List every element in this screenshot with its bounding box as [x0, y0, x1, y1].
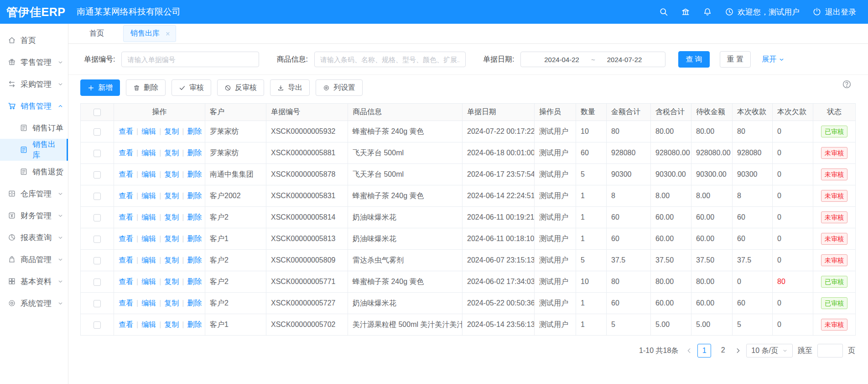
unaudit-button[interactable]: 反审核: [217, 79, 264, 96]
add-button[interactable]: 新增: [80, 79, 120, 96]
select-all-checkbox[interactable]: [94, 109, 101, 116]
action-delete-link[interactable]: 删除: [187, 256, 202, 264]
action-edit-link[interactable]: 编辑: [141, 192, 156, 200]
action-view-link[interactable]: 查看: [119, 278, 133, 285]
action-delete-link[interactable]: 删除: [187, 149, 202, 157]
audit-label: 审核: [189, 83, 204, 93]
page-button-1[interactable]: 1: [697, 344, 711, 358]
col-qty: 数量: [576, 104, 607, 121]
prev-page-button[interactable]: [686, 347, 692, 354]
row-checkbox[interactable]: [94, 236, 101, 243]
row-checkbox[interactable]: [94, 257, 101, 264]
next-page-button[interactable]: [735, 347, 741, 354]
tab-sales-outbound[interactable]: 销售出库: [123, 25, 176, 42]
row-checkbox[interactable]: [94, 214, 101, 221]
action-view-link[interactable]: 查看: [119, 256, 133, 264]
sidebar-item-report[interactable]: 报表查询: [0, 226, 68, 248]
action-separator: |: [159, 192, 161, 200]
column-settings-button[interactable]: 列设置: [316, 79, 363, 96]
page-size-select[interactable]: 10 条/页: [746, 344, 793, 358]
action-edit-link[interactable]: 编辑: [141, 170, 156, 178]
row-checkbox[interactable]: [94, 279, 101, 286]
action-view-link[interactable]: 查看: [119, 127, 133, 135]
row-checkbox[interactable]: [94, 300, 101, 307]
row-checkbox[interactable]: [94, 128, 101, 136]
chevron-up-icon: [57, 103, 63, 109]
search-button[interactable]: 查 询: [678, 51, 709, 68]
jump-page-input[interactable]: [817, 344, 843, 358]
action-delete-link[interactable]: 删除: [187, 321, 202, 328]
sidebar-item-product[interactable]: 商品管理: [0, 248, 68, 270]
row-checkbox[interactable]: [94, 171, 101, 179]
sidebar-item-sales[interactable]: 销售管理: [0, 95, 68, 117]
date-range-picker[interactable]: 2024-04-22 ~ 2024-07-22: [520, 52, 665, 67]
delete-button[interactable]: 删除: [126, 79, 166, 96]
action-edit-link[interactable]: 编辑: [141, 235, 156, 242]
action-delete-link[interactable]: 删除: [187, 192, 202, 200]
bill-no-input[interactable]: [121, 52, 259, 67]
sidebar-item-system[interactable]: 系统管理: [0, 292, 68, 314]
sidebar-item-basic-data[interactable]: 基本资料: [0, 270, 68, 292]
action-edit-link[interactable]: 编辑: [141, 278, 156, 285]
action-copy-link[interactable]: 复制: [164, 235, 179, 242]
row-amount: 80: [607, 271, 651, 293]
action-view-link[interactable]: 查看: [119, 149, 133, 157]
sidebar-item-home[interactable]: 首页: [0, 29, 68, 51]
action-copy-link[interactable]: 复制: [164, 170, 179, 178]
action-copy-link[interactable]: 复制: [164, 192, 179, 200]
user-welcome[interactable]: 欢迎您，测试用户: [725, 7, 800, 17]
row-product: 奶油味爆米花: [348, 207, 463, 228]
action-edit-link[interactable]: 编辑: [141, 321, 156, 328]
action-copy-link[interactable]: 复制: [164, 321, 179, 328]
action-copy-link[interactable]: 复制: [164, 127, 179, 135]
action-edit-link[interactable]: 编辑: [141, 127, 156, 135]
reset-button[interactable]: 重 置: [720, 51, 751, 68]
action-edit-link[interactable]: 编辑: [141, 149, 156, 157]
sidebar-item-retail[interactable]: 零售管理: [0, 51, 68, 73]
export-button[interactable]: 导出: [270, 79, 310, 96]
action-copy-link[interactable]: 复制: [164, 299, 179, 307]
action-view-link[interactable]: 查看: [119, 235, 133, 242]
row-checkbox[interactable]: [94, 193, 101, 200]
close-icon[interactable]: [165, 31, 171, 37]
sidebar-item-sales-outbound[interactable]: 销售出库: [0, 139, 68, 161]
action-delete-link[interactable]: 删除: [187, 278, 202, 285]
sidebar-item-warehouse[interactable]: 仓库管理: [0, 183, 68, 205]
action-copy-link[interactable]: 复制: [164, 213, 179, 221]
col-receivable: 待收金额: [691, 104, 733, 121]
page-button-2[interactable]: 2: [716, 344, 730, 358]
action-copy-link[interactable]: 复制: [164, 278, 179, 285]
action-delete-link[interactable]: 删除: [187, 299, 202, 307]
action-edit-link[interactable]: 编辑: [141, 256, 156, 264]
sidebar-item-purchase[interactable]: 采购管理: [0, 73, 68, 95]
action-view-link[interactable]: 查看: [119, 299, 133, 307]
product-info-input[interactable]: [314, 52, 466, 67]
row-checkbox[interactable]: [94, 150, 101, 157]
action-edit-link[interactable]: 编辑: [141, 213, 156, 221]
action-delete-link[interactable]: 删除: [187, 127, 202, 135]
sidebar-item-finance[interactable]: 财务管理: [0, 205, 68, 226]
search-icon[interactable]: [659, 7, 668, 16]
bank-icon[interactable]: [681, 7, 690, 16]
action-copy-link[interactable]: 复制: [164, 149, 179, 157]
audit-button[interactable]: 审核: [172, 79, 211, 96]
sidebar-item-sales-order[interactable]: 销售订单: [0, 117, 68, 139]
action-delete-link[interactable]: 删除: [187, 235, 202, 242]
action-view-link[interactable]: 查看: [119, 213, 133, 221]
action-view-link[interactable]: 查看: [119, 321, 133, 328]
action-copy-link[interactable]: 复制: [164, 256, 179, 264]
row-product: 蜂蜜柚子茶 240g 黄色: [348, 271, 463, 293]
action-view-link[interactable]: 查看: [119, 192, 133, 200]
expand-link[interactable]: 展开: [762, 55, 785, 64]
status-badge: 已审核: [821, 297, 847, 309]
help-icon[interactable]: [842, 79, 852, 89]
sidebar-item-sales-return[interactable]: 销售退货: [0, 161, 68, 183]
action-delete-link[interactable]: 删除: [187, 213, 202, 221]
action-view-link[interactable]: 查看: [119, 170, 133, 178]
action-edit-link[interactable]: 编辑: [141, 299, 156, 307]
action-delete-link[interactable]: 删除: [187, 170, 202, 178]
row-checkbox[interactable]: [94, 321, 101, 329]
bell-icon[interactable]: [703, 7, 712, 16]
tab-home[interactable]: 首页: [89, 29, 104, 38]
logout-button[interactable]: 退出登录: [812, 7, 856, 17]
